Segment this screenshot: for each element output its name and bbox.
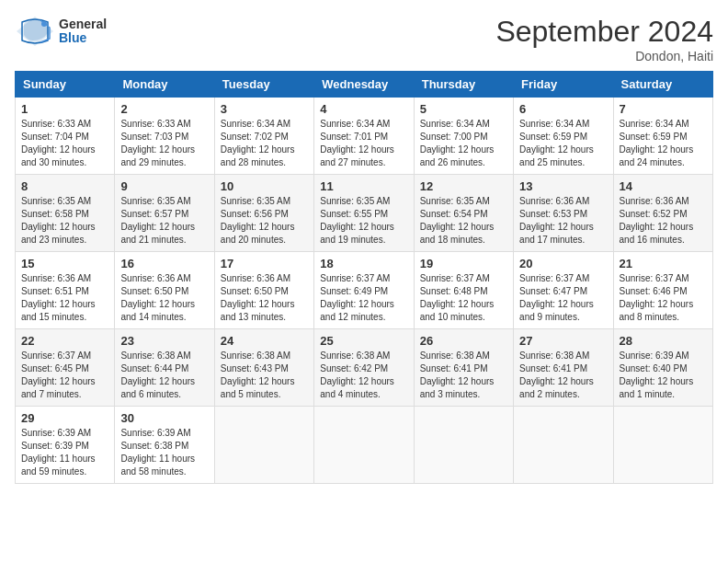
day-info: Sunrise: 6:37 AM Sunset: 6:45 PM Dayligh… (21, 350, 108, 401)
day-cell: 8Sunrise: 6:35 AM Sunset: 6:58 PM Daylig… (16, 175, 115, 252)
day-cell (414, 407, 513, 484)
day-info: Sunrise: 6:35 AM Sunset: 6:54 PM Dayligh… (420, 195, 507, 247)
day-info: Sunrise: 6:39 AM Sunset: 6:38 PM Dayligh… (120, 427, 208, 478)
day-info: Sunrise: 6:33 AM Sunset: 7:03 PM Dayligh… (120, 118, 208, 169)
day-number: 9 (120, 179, 208, 193)
header-row: SundayMondayTuesdayWednesdayThursdayFrid… (16, 72, 713, 98)
day-cell: 20Sunrise: 6:37 AM Sunset: 6:47 PM Dayli… (514, 252, 613, 329)
day-number: 8 (21, 179, 108, 193)
logo-icon (15, 15, 55, 48)
day-cell: 18Sunrise: 6:37 AM Sunset: 6:49 PM Dayli… (314, 252, 414, 329)
day-cell: 11Sunrise: 6:35 AM Sunset: 6:55 PM Dayli… (314, 175, 414, 252)
day-cell: 13Sunrise: 6:36 AM Sunset: 6:53 PM Dayli… (514, 175, 613, 252)
day-cell: 15Sunrise: 6:36 AM Sunset: 6:51 PM Dayli… (16, 252, 115, 329)
day-info: Sunrise: 6:34 AM Sunset: 6:59 PM Dayligh… (519, 118, 607, 169)
week-row-5: 29Sunrise: 6:39 AM Sunset: 6:39 PM Dayli… (16, 407, 713, 484)
week-row-3: 15Sunrise: 6:36 AM Sunset: 6:51 PM Dayli… (16, 252, 713, 329)
logo-general: General (59, 17, 107, 31)
day-info: Sunrise: 6:36 AM Sunset: 6:50 PM Dayligh… (120, 272, 208, 324)
logo: General Blue (15, 15, 107, 48)
day-number: 22 (21, 334, 108, 348)
header-thursday: Thursday (414, 72, 513, 98)
page-header: General Blue September 2024 Dondon, Hait… (15, 15, 713, 63)
day-number: 6 (519, 102, 607, 116)
day-cell: 19Sunrise: 6:37 AM Sunset: 6:48 PM Dayli… (414, 252, 513, 329)
day-info: Sunrise: 6:33 AM Sunset: 7:04 PM Dayligh… (21, 118, 108, 169)
day-number: 30 (120, 411, 208, 425)
day-cell (514, 407, 613, 484)
day-info: Sunrise: 6:38 AM Sunset: 6:44 PM Dayligh… (120, 350, 208, 401)
calendar: SundayMondayTuesdayWednesdayThursdayFrid… (15, 71, 713, 484)
day-cell: 22Sunrise: 6:37 AM Sunset: 6:45 PM Dayli… (16, 329, 115, 407)
day-number: 18 (320, 257, 407, 270)
day-cell (214, 407, 313, 484)
day-number: 16 (120, 257, 208, 270)
day-cell: 24Sunrise: 6:38 AM Sunset: 6:43 PM Dayli… (214, 329, 313, 407)
day-info: Sunrise: 6:34 AM Sunset: 6:59 PM Dayligh… (620, 118, 707, 169)
week-row-4: 22Sunrise: 6:37 AM Sunset: 6:45 PM Dayli… (16, 329, 713, 407)
day-number: 2 (120, 102, 208, 116)
day-cell: 25Sunrise: 6:38 AM Sunset: 6:42 PM Dayli… (314, 329, 414, 407)
day-cell: 2Sunrise: 6:33 AM Sunset: 7:03 PM Daylig… (115, 98, 214, 175)
day-number: 14 (620, 179, 707, 193)
day-number: 4 (320, 102, 407, 116)
day-cell (613, 407, 712, 484)
day-info: Sunrise: 6:38 AM Sunset: 6:41 PM Dayligh… (420, 350, 507, 401)
day-number: 7 (620, 102, 707, 116)
day-info: Sunrise: 6:36 AM Sunset: 6:50 PM Dayligh… (221, 272, 308, 324)
logo-text: General Blue (59, 17, 107, 46)
day-number: 28 (620, 334, 707, 348)
day-number: 12 (420, 179, 507, 193)
header-saturday: Saturday (613, 72, 712, 98)
day-info: Sunrise: 6:34 AM Sunset: 7:00 PM Dayligh… (420, 118, 507, 169)
header-friday: Friday (514, 72, 613, 98)
logo-blue: Blue (59, 31, 107, 45)
day-info: Sunrise: 6:39 AM Sunset: 6:40 PM Dayligh… (620, 350, 707, 401)
day-number: 17 (221, 257, 308, 270)
svg-point-2 (41, 21, 47, 27)
day-number: 13 (519, 179, 607, 193)
day-cell: 12Sunrise: 6:35 AM Sunset: 6:54 PM Dayli… (414, 175, 513, 252)
day-info: Sunrise: 6:36 AM Sunset: 6:53 PM Dayligh… (519, 195, 607, 247)
day-number: 19 (420, 257, 507, 270)
day-info: Sunrise: 6:35 AM Sunset: 6:55 PM Dayligh… (320, 195, 407, 247)
day-info: Sunrise: 6:37 AM Sunset: 6:48 PM Dayligh… (420, 272, 507, 324)
day-info: Sunrise: 6:35 AM Sunset: 6:56 PM Dayligh… (221, 195, 308, 247)
day-number: 11 (320, 179, 407, 193)
day-info: Sunrise: 6:34 AM Sunset: 7:01 PM Dayligh… (320, 118, 407, 169)
day-cell: 7Sunrise: 6:34 AM Sunset: 6:59 PM Daylig… (613, 98, 712, 175)
day-cell: 16Sunrise: 6:36 AM Sunset: 6:50 PM Dayli… (115, 252, 214, 329)
day-info: Sunrise: 6:35 AM Sunset: 6:57 PM Dayligh… (120, 195, 208, 247)
day-number: 10 (221, 179, 308, 193)
day-info: Sunrise: 6:39 AM Sunset: 6:39 PM Dayligh… (21, 427, 108, 478)
day-cell: 14Sunrise: 6:36 AM Sunset: 6:52 PM Dayli… (613, 175, 712, 252)
day-info: Sunrise: 6:37 AM Sunset: 6:46 PM Dayligh… (620, 272, 707, 324)
week-row-1: 1Sunrise: 6:33 AM Sunset: 7:04 PM Daylig… (16, 98, 713, 175)
week-row-2: 8Sunrise: 6:35 AM Sunset: 6:58 PM Daylig… (16, 175, 713, 252)
day-info: Sunrise: 6:37 AM Sunset: 6:47 PM Dayligh… (519, 272, 607, 324)
day-info: Sunrise: 6:38 AM Sunset: 6:41 PM Dayligh… (519, 350, 607, 401)
day-cell: 9Sunrise: 6:35 AM Sunset: 6:57 PM Daylig… (115, 175, 214, 252)
day-info: Sunrise: 6:34 AM Sunset: 7:02 PM Dayligh… (221, 118, 308, 169)
day-cell: 29Sunrise: 6:39 AM Sunset: 6:39 PM Dayli… (16, 407, 115, 484)
header-monday: Monday (115, 72, 214, 98)
day-number: 23 (120, 334, 208, 348)
header-sunday: Sunday (16, 72, 115, 98)
title-area: September 2024 Dondon, Haiti (495, 15, 713, 63)
day-number: 26 (420, 334, 507, 348)
day-cell: 23Sunrise: 6:38 AM Sunset: 6:44 PM Dayli… (115, 329, 214, 407)
day-number: 20 (519, 257, 607, 270)
day-cell: 21Sunrise: 6:37 AM Sunset: 6:46 PM Dayli… (613, 252, 712, 329)
day-info: Sunrise: 6:36 AM Sunset: 6:52 PM Dayligh… (620, 195, 707, 247)
day-number: 27 (519, 334, 607, 348)
day-info: Sunrise: 6:38 AM Sunset: 6:42 PM Dayligh… (320, 350, 407, 401)
day-number: 3 (221, 102, 308, 116)
day-cell: 3Sunrise: 6:34 AM Sunset: 7:02 PM Daylig… (214, 98, 313, 175)
day-number: 21 (620, 257, 707, 270)
day-number: 29 (21, 411, 108, 425)
day-cell (314, 407, 414, 484)
day-number: 5 (420, 102, 507, 116)
day-number: 15 (21, 257, 108, 270)
day-info: Sunrise: 6:36 AM Sunset: 6:51 PM Dayligh… (21, 272, 108, 324)
day-number: 1 (21, 102, 108, 116)
